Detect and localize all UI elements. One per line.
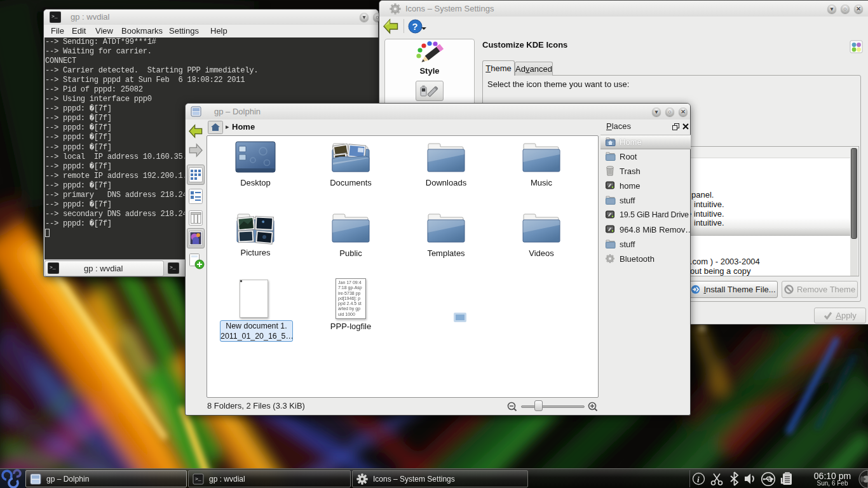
svg-text:>_: >_: [51, 13, 58, 19]
svg-text:?: ?: [412, 21, 418, 32]
svg-text:>_: >_: [195, 476, 201, 482]
svg-text:i: i: [697, 475, 700, 484]
svg-text:>_: >_: [170, 264, 176, 270]
svg-text:>_: >_: [50, 264, 56, 270]
